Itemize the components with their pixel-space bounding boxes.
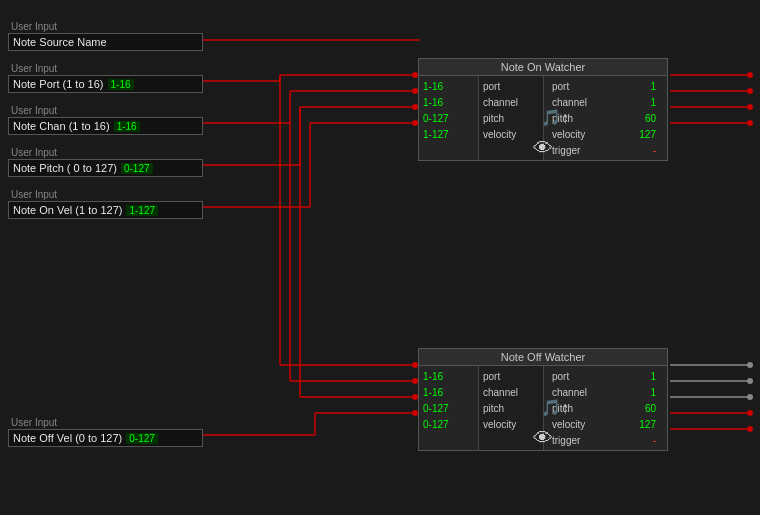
svg-point-53 xyxy=(747,426,753,432)
user-input-pitch-header: User Input xyxy=(8,146,203,159)
note-off-port-range: 1-16 xyxy=(423,371,443,382)
note-on-vel-out-label: velocity xyxy=(552,129,585,140)
note-on-vel-mid-label: velocity xyxy=(483,129,516,140)
note-on-port-range: 1-16 xyxy=(423,81,443,92)
note-on-port-out-label: port xyxy=(552,81,569,92)
svg-point-50 xyxy=(747,378,753,384)
note-off-chan-mid-label: channel xyxy=(483,387,518,398)
note-on-pitch-mid-label: pitch xyxy=(483,113,504,124)
note-on-chan-mid-label: channel xyxy=(483,97,518,108)
user-input-pitch-label: Note Pitch ( 0 to 127) xyxy=(13,162,117,174)
note-off-port-out-label: port xyxy=(552,371,569,382)
user-input-offvel-value: 0-127 xyxy=(126,433,158,444)
user-input-onvel: User Input Note On Vel (1 to 127) 1-127 xyxy=(8,188,203,219)
svg-point-45 xyxy=(747,72,753,78)
note-on-pitch-out-value: 60 xyxy=(645,113,656,124)
note-on-watcher-title: Note On Watcher xyxy=(419,59,667,76)
user-input-port: User Input Note Port (1 to 16) 1-16 xyxy=(8,62,203,93)
user-input-onvel-header: User Input xyxy=(8,188,203,201)
user-input-chan: User Input Note Chan (1 to 16) 1-16 xyxy=(8,104,203,135)
user-input-offvel-header: User Input xyxy=(8,416,203,429)
music-note-icon-2: 🎵↑ xyxy=(541,398,569,417)
note-off-vel-mid-label: velocity xyxy=(483,419,516,430)
note-off-vel-range: 0-127 xyxy=(423,419,449,430)
user-input-pitch-value: 0-127 xyxy=(121,163,153,174)
user-input-chan-label: Note Chan (1 to 16) xyxy=(13,120,110,132)
svg-point-47 xyxy=(747,104,753,110)
note-on-trigger-out-value: - xyxy=(653,145,656,156)
music-note-icon: 🎵↑ xyxy=(541,108,569,127)
eye-icon: 👁 xyxy=(533,137,553,160)
eye-icon-2: 👁 xyxy=(533,427,553,450)
note-off-chan-out-value: 1 xyxy=(650,387,656,398)
user-input-onvel-label: Note On Vel (1 to 127) xyxy=(13,204,122,216)
note-off-vel-out-label: velocity xyxy=(552,419,585,430)
user-input-port-value: 1-16 xyxy=(108,79,134,90)
user-input-name: User Input Note Source Name xyxy=(8,20,203,51)
user-input-name-label: Note Source Name xyxy=(13,36,107,48)
note-off-pitch-range: 0-127 xyxy=(423,403,449,414)
svg-point-49 xyxy=(747,362,753,368)
note-on-chan-range: 1-16 xyxy=(423,97,443,108)
note-on-vel-out-value: 127 xyxy=(639,129,656,140)
note-on-chan-out-label: channel xyxy=(552,97,587,108)
user-input-offvel: User Input Note Off Vel (0 to 127) 0-127 xyxy=(8,416,203,447)
user-input-chan-header: User Input xyxy=(8,104,203,117)
user-input-pitch: User Input Note Pitch ( 0 to 127) 0-127 xyxy=(8,146,203,177)
note-on-vel-range: 1-127 xyxy=(423,129,449,140)
user-input-chan-value: 1-16 xyxy=(114,121,140,132)
note-on-port-mid-label: port xyxy=(483,81,500,92)
note-on-pitch-range: 0-127 xyxy=(423,113,449,124)
note-on-port-out-value: 1 xyxy=(650,81,656,92)
user-input-name-header: User Input xyxy=(8,20,203,33)
main-canvas: User Input Note Source Name User Input N… xyxy=(0,0,760,515)
note-off-port-out-value: 1 xyxy=(650,371,656,382)
note-off-vel-out-value: 127 xyxy=(639,419,656,430)
user-input-port-header: User Input xyxy=(8,62,203,75)
svg-point-51 xyxy=(747,394,753,400)
note-off-chan-out-label: channel xyxy=(552,387,587,398)
user-input-offvel-label: Note Off Vel (0 to 127) xyxy=(13,432,122,444)
note-off-pitch-mid-label: pitch xyxy=(483,403,504,414)
note-off-watcher: Note Off Watcher 1-16 1-16 0-127 0-127 xyxy=(418,348,668,451)
note-off-trigger-out-value: - xyxy=(653,435,656,446)
note-off-pitch-out-value: 60 xyxy=(645,403,656,414)
note-off-port-mid-label: port xyxy=(483,371,500,382)
svg-point-48 xyxy=(747,120,753,126)
note-on-chan-out-value: 1 xyxy=(650,97,656,108)
svg-point-52 xyxy=(747,410,753,416)
user-input-onvel-value: 1-127 xyxy=(126,205,158,216)
user-input-port-label: Note Port (1 to 16) xyxy=(13,78,104,90)
note-on-trigger-out-label: trigger xyxy=(552,145,580,156)
note-off-chan-range: 1-16 xyxy=(423,387,443,398)
svg-point-46 xyxy=(747,88,753,94)
note-off-watcher-title: Note Off Watcher xyxy=(419,349,667,366)
note-on-watcher: Note On Watcher 1-16 1-16 0-127 1-127 xyxy=(418,58,668,161)
note-off-trigger-out-label: trigger xyxy=(552,435,580,446)
